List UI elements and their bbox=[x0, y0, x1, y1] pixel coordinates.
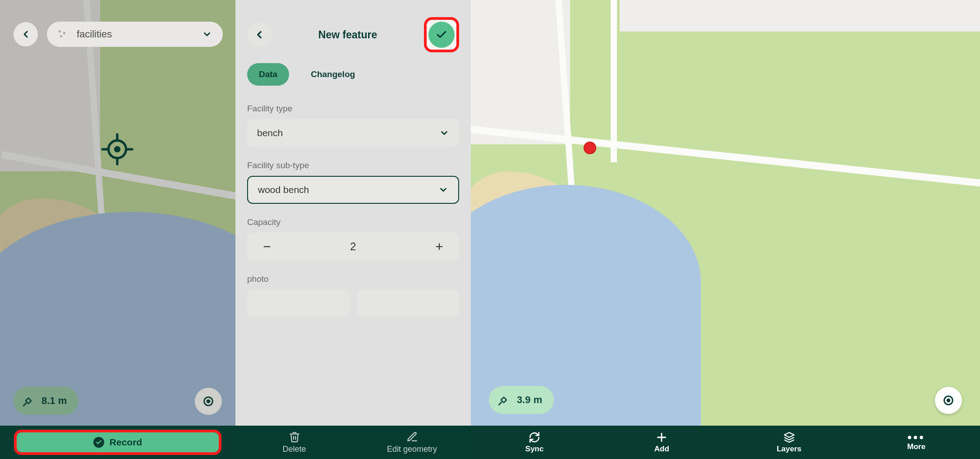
confirm-button-highlight bbox=[424, 17, 459, 52]
satellite-icon bbox=[498, 394, 510, 406]
map-record-screen: facilities 8.1 m bbox=[0, 0, 235, 459]
more-icon: ••• bbox=[907, 434, 925, 441]
form-title: New feature bbox=[318, 29, 377, 41]
nav-add[interactable]: Add bbox=[598, 426, 725, 459]
delete-label: Delete bbox=[282, 445, 306, 454]
gps-distance-value: 8.1 m bbox=[41, 395, 67, 407]
chevron-down-icon bbox=[438, 185, 448, 195]
svg-point-11 bbox=[947, 399, 950, 402]
decrement-button[interactable]: − bbox=[258, 239, 276, 254]
facility-subtype-value: wood bench bbox=[258, 184, 309, 195]
edit-geometry-label: Edit geometry bbox=[387, 445, 437, 454]
svg-marker-14 bbox=[784, 432, 794, 437]
layer-icon bbox=[58, 29, 68, 39]
svg-rect-9 bbox=[501, 397, 506, 403]
tab-data[interactable]: Data bbox=[247, 63, 289, 86]
facility-subtype-select[interactable]: wood bench bbox=[247, 176, 459, 204]
plus-icon bbox=[656, 431, 667, 443]
facility-type-select[interactable]: bench bbox=[247, 119, 459, 147]
capacity-label: Capacity bbox=[247, 217, 459, 227]
map-road bbox=[611, 0, 617, 162]
capacity-value: 2 bbox=[350, 240, 356, 253]
facility-type-value: bench bbox=[257, 128, 283, 138]
svg-point-8 bbox=[207, 400, 210, 403]
crosshair-icon bbox=[101, 133, 133, 165]
pencil-icon bbox=[406, 431, 418, 443]
svg-rect-6 bbox=[26, 398, 31, 404]
map-main-screen: 3.9 m Sync Add Layers ••• More bbox=[471, 0, 980, 459]
gps-distance-pill[interactable]: 8.1 m bbox=[14, 387, 78, 415]
tab-changelog[interactable]: Changelog bbox=[299, 63, 367, 86]
record-label: Record bbox=[110, 437, 142, 448]
record-bar: Record bbox=[0, 426, 235, 459]
feature-form-screen: New feature Data Changelog Facility type… bbox=[235, 0, 471, 459]
nav-label: Sync bbox=[525, 445, 544, 454]
photo-slot[interactable] bbox=[247, 289, 350, 317]
main-nav-bar: Sync Add Layers ••• More bbox=[471, 426, 980, 459]
nav-label: More bbox=[907, 442, 926, 451]
facility-subtype-label: Facility sub-type bbox=[247, 161, 459, 170]
feature-marker[interactable] bbox=[584, 142, 596, 154]
facility-type-label: Facility type bbox=[247, 104, 459, 114]
layers-icon bbox=[783, 431, 795, 443]
record-button[interactable]: Record bbox=[17, 432, 219, 452]
nav-more[interactable]: ••• More bbox=[853, 426, 980, 459]
back-button[interactable] bbox=[247, 23, 271, 47]
nav-sync[interactable]: Sync bbox=[471, 426, 598, 459]
increment-button[interactable]: + bbox=[430, 239, 448, 254]
photo-slot[interactable] bbox=[357, 289, 459, 317]
satellite-icon bbox=[23, 395, 34, 407]
check-circle-icon bbox=[93, 437, 104, 448]
confirm-button[interactable] bbox=[428, 22, 455, 48]
chevron-down-icon bbox=[439, 128, 449, 138]
gps-distance-pill[interactable]: 3.9 m bbox=[489, 386, 554, 414]
layer-label: facilities bbox=[77, 28, 112, 40]
chevron-down-icon bbox=[202, 29, 212, 39]
photo-label: photo bbox=[247, 274, 459, 284]
edit-geometry-button[interactable]: Edit geometry bbox=[353, 426, 471, 459]
map-block bbox=[620, 0, 980, 32]
locate-button[interactable] bbox=[195, 388, 222, 415]
gps-distance-value: 3.9 m bbox=[517, 394, 542, 406]
record-button-highlight: Record bbox=[14, 430, 221, 455]
layer-selector[interactable]: facilities bbox=[47, 22, 223, 47]
trash-icon bbox=[289, 431, 300, 443]
capacity-stepper: − 2 + bbox=[247, 233, 459, 261]
nav-label: Layers bbox=[777, 445, 801, 454]
locate-button[interactable] bbox=[935, 387, 962, 414]
sync-icon bbox=[529, 431, 540, 443]
nav-label: Add bbox=[654, 445, 669, 454]
nav-layers[interactable]: Layers bbox=[726, 426, 853, 459]
back-button[interactable] bbox=[14, 22, 38, 46]
svg-point-1 bbox=[115, 147, 120, 151]
delete-button[interactable]: Delete bbox=[235, 426, 353, 459]
map-block bbox=[471, 0, 570, 144]
